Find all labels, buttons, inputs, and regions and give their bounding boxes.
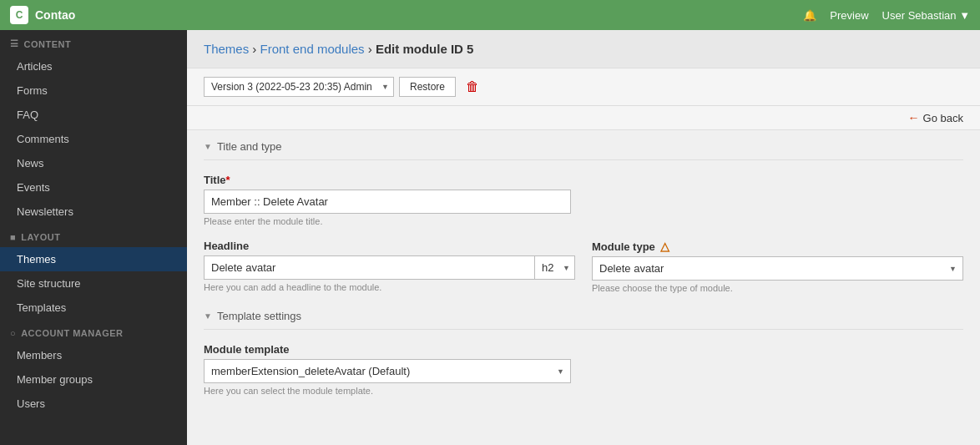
main-layout: ☰ CONTENT Articles Forms FAQ Comments Ne… xyxy=(0,30,980,445)
layout-section-icon: ■ xyxy=(10,232,16,242)
module-type-select-wrapper: Delete avatar xyxy=(592,256,963,281)
breadcrumb: Themes › Front end modules › Edit module… xyxy=(187,30,980,68)
user-chevron-icon: ▼ xyxy=(959,9,970,22)
headline-text-input[interactable] xyxy=(204,255,534,280)
sidebar-item-comments[interactable]: Comments xyxy=(0,127,187,151)
restore-button[interactable]: Restore xyxy=(399,77,456,97)
headline-moduletype-row: Headline h2 Here you can add a headline … xyxy=(204,240,963,293)
template-settings-header: ▼ Template settings xyxy=(204,300,963,330)
sidebar-item-forms[interactable]: Forms xyxy=(0,78,187,103)
headline-label: Headline xyxy=(204,240,575,252)
bell-icon[interactable]: 🔔 xyxy=(803,9,816,22)
title-field-row: Title* Please enter the module title. xyxy=(204,174,963,226)
goback-row: ← Go back xyxy=(187,106,980,130)
version-select[interactable]: Version 3 (2022-05-23 20:35) Admin xyxy=(204,77,394,97)
sidebar: ☰ CONTENT Articles Forms FAQ Comments Ne… xyxy=(0,30,187,445)
module-template-select-wrapper: memberExtension_deleteAvatar (Default) xyxy=(204,359,571,383)
title-hint: Please enter the module title. xyxy=(204,216,963,226)
module-template-select[interactable]: memberExtension_deleteAvatar (Default) xyxy=(204,359,571,383)
module-type-col: Module type △ Delete avatar Please choos… xyxy=(592,240,963,293)
headline-col: Headline h2 Here you can add a headline … xyxy=(204,240,575,293)
sidebar-item-faq[interactable]: FAQ xyxy=(0,103,187,127)
sidebar-item-events[interactable]: Events xyxy=(0,175,187,200)
title-input[interactable] xyxy=(204,190,571,214)
sidebar-item-articles[interactable]: Articles xyxy=(0,54,187,78)
template-settings-triangle-icon: ▼ xyxy=(204,311,212,321)
user-menu[interactable]: User Sebastian ▼ xyxy=(882,9,970,22)
sidebar-item-themes[interactable]: Themes xyxy=(0,247,187,271)
title-label: Title* xyxy=(204,174,963,186)
topbar-right: 🔔 Preview User Sebastian ▼ xyxy=(803,9,970,22)
headline-input-row: h2 xyxy=(204,255,575,280)
content-section-label: CONTENT xyxy=(24,39,72,49)
content-area: Themes › Front end modules › Edit module… xyxy=(187,30,980,445)
user-label: User Sebastian xyxy=(882,9,957,22)
sidebar-item-member-groups[interactable]: Member groups xyxy=(0,367,187,392)
headline-hint: Here you can add a headline to the modul… xyxy=(204,282,575,292)
breadcrumb-themes-link[interactable]: Themes xyxy=(204,42,249,56)
title-type-section-label: Title and type xyxy=(217,140,282,153)
breadcrumb-separator-2: › xyxy=(368,42,372,56)
goback-arrow-icon: ← xyxy=(908,111,920,124)
title-required: * xyxy=(226,174,230,186)
headline-size-select[interactable]: h2 xyxy=(534,255,575,280)
app-logo: C xyxy=(10,6,28,24)
template-settings-section: ▼ Template settings Module template memb… xyxy=(204,300,963,396)
preview-link[interactable]: Preview xyxy=(830,9,868,22)
module-template-hint: Here you can select the module template. xyxy=(204,386,963,396)
sidebar-item-members[interactable]: Members xyxy=(0,343,187,367)
sidebar-item-users[interactable]: Users xyxy=(0,392,187,416)
title-type-triangle-icon: ▼ xyxy=(204,142,212,151)
app-name: Contao xyxy=(35,8,75,22)
content-section-icon: ☰ xyxy=(10,38,19,49)
form-area: ▼ Title and type Title* Please enter the… xyxy=(187,130,980,445)
topbar: C Contao 🔔 Preview User Sebastian ▼ xyxy=(0,0,980,30)
module-type-hint: Please choose the type of module. xyxy=(592,283,963,293)
sidebar-item-newsletters[interactable]: Newsletters xyxy=(0,200,187,224)
breadcrumb-current: Edit module ID 5 xyxy=(376,42,474,56)
module-template-row: Module template memberExtension_deleteAv… xyxy=(204,343,963,396)
module-type-select[interactable]: Delete avatar xyxy=(592,256,963,281)
template-settings-label: Template settings xyxy=(217,310,301,322)
sidebar-item-site-structure[interactable]: Site structure xyxy=(0,271,187,296)
headline-size-select-wrapper: h2 xyxy=(534,255,575,280)
toolbar-row: Version 3 (2022-05-23 20:35) Admin Resto… xyxy=(187,68,980,106)
sidebar-item-templates[interactable]: Templates xyxy=(0,296,187,320)
account-section-icon: ○ xyxy=(10,328,16,338)
version-select-wrapper: Version 3 (2022-05-23 20:35) Admin Resto… xyxy=(204,77,479,97)
version-select-container: Version 3 (2022-05-23 20:35) Admin xyxy=(204,77,394,97)
module-type-warning-icon: △ xyxy=(660,240,669,253)
sidebar-item-news[interactable]: News xyxy=(0,151,187,175)
sidebar-section-account: ○ ACCOUNT MANAGER xyxy=(0,320,187,343)
module-type-label: Module type △ xyxy=(592,240,963,253)
sidebar-section-layout: ■ LAYOUT xyxy=(0,224,187,247)
account-section-label: ACCOUNT MANAGER xyxy=(21,328,123,338)
goback-link[interactable]: ← Go back xyxy=(908,111,963,124)
goback-label: Go back xyxy=(923,112,963,124)
topbar-left: C Contao xyxy=(10,6,75,24)
title-type-section-header: ▼ Title and type xyxy=(204,130,963,160)
breadcrumb-separator-1: › xyxy=(252,42,256,56)
breadcrumb-frontend-link[interactable]: Front end modules xyxy=(260,42,365,56)
sidebar-section-content: ☰ CONTENT xyxy=(0,30,187,54)
layout-section-label: LAYOUT xyxy=(21,232,60,242)
module-template-label: Module template xyxy=(204,343,963,356)
delete-icon[interactable]: 🗑 xyxy=(466,79,479,94)
